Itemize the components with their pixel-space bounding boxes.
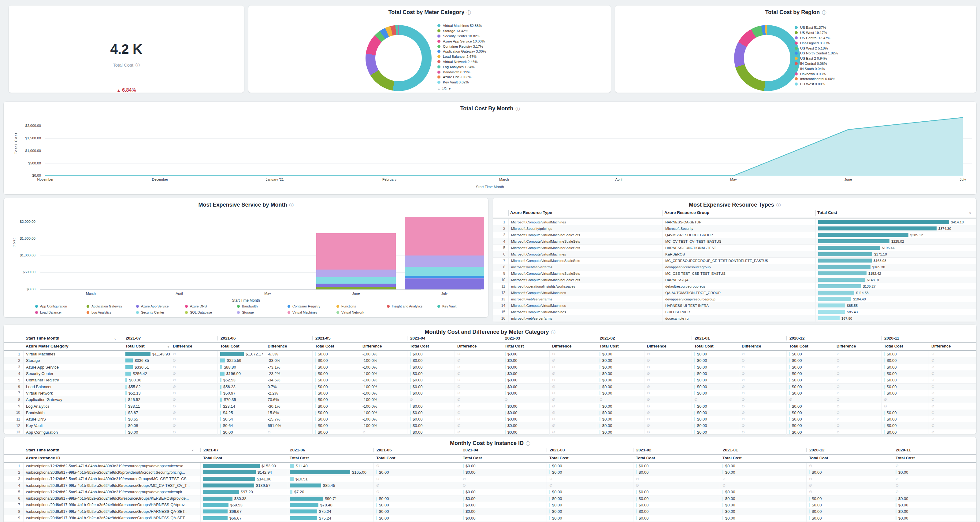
table-row[interactable]: 1 Virtual Machines$1,143.93∅$1,072.17-6.… (4, 351, 976, 358)
cost-cell[interactable]: $0.00 (312, 416, 360, 422)
cost-cell[interactable]: $0.00 (312, 403, 360, 409)
diff-cell[interactable]: ∅ (455, 409, 502, 416)
resource-type[interactable]: Microsoft.Compute/virtualMachineScaleSet… (511, 278, 580, 282)
cost-cell[interactable]: ∅ (633, 482, 720, 489)
cost-cell[interactable]: $0.00 (502, 409, 549, 416)
cost-cell[interactable]: $0.00 (312, 357, 360, 364)
cost-cell[interactable]: $0.00 (786, 422, 834, 429)
diff-cell[interactable]: -100.0% (360, 397, 407, 403)
cost-cell[interactable]: $0.00 (692, 377, 739, 383)
diff-cell[interactable]: ∅ (549, 409, 597, 416)
legend-item[interactable]: Virtual Machines 52.88% (438, 23, 486, 29)
diff-cell[interactable]: ∅ (455, 429, 502, 436)
cost-cell[interactable]: ∅ (881, 403, 929, 409)
resource-type[interactable]: Microsoft.Compute/virtualMachines (511, 291, 566, 295)
cost-cell[interactable]: ∅ (407, 397, 455, 403)
diff-cell[interactable]: ∅ (455, 397, 502, 403)
diff-cell[interactable]: ∅ (834, 377, 881, 383)
diff-cell[interactable]: ∅ (644, 370, 692, 377)
diff-cell[interactable]: ∅ (644, 384, 692, 390)
cost-cell[interactable]: $75.24 (287, 515, 374, 521)
cost-cell[interactable]: $0.00 (502, 390, 549, 397)
cost-cell[interactable]: $0.00 (881, 377, 929, 383)
cost-cell[interactable]: $0.00 (633, 508, 720, 515)
diff-cell[interactable]: ∅ (170, 397, 218, 403)
cost-cell[interactable]: $52.13 (123, 390, 170, 397)
cost-cell[interactable]: $78.48 (287, 502, 374, 508)
diff-cell[interactable]: ∅ (929, 403, 976, 409)
cost-cell[interactable]: ∅ (806, 463, 893, 469)
bar-segment[interactable] (405, 278, 484, 290)
cost-cell[interactable]: ∅ (597, 397, 644, 403)
cost-cell[interactable]: $80.36 (123, 377, 170, 383)
cost-cell[interactable]: $0.00 (881, 351, 929, 357)
diff-cell[interactable]: ∅ (834, 416, 881, 422)
table-row[interactable]: 8 /subscriptions/20d6a917-99fa-4b1b-9b2e… (4, 508, 976, 515)
cost-cell[interactable]: $0.54 (218, 416, 265, 422)
diff-cell[interactable]: ∅ (644, 364, 692, 370)
column-header[interactable]: Azure Resource Group (664, 210, 709, 215)
bar-segment[interactable] (405, 276, 484, 278)
cost-cell[interactable]: $0.00 (692, 422, 739, 429)
cost-cell[interactable]: $0.00 (786, 351, 834, 357)
column-header[interactable]: Total Cost (220, 344, 240, 348)
diff-cell[interactable]: ∅ (549, 377, 597, 383)
cost-cell[interactable]: $0.00 (806, 469, 893, 476)
diff-cell[interactable]: ∅ (170, 403, 218, 409)
resource-type[interactable]: Microsoft.Compute/virtualMachines (511, 310, 566, 314)
diff-cell[interactable]: -100.0% (360, 422, 407, 429)
diff-cell[interactable]: ∅ (170, 416, 218, 422)
diff-cell[interactable]: ∅ (455, 390, 502, 397)
column-header[interactable]: Difference (173, 344, 192, 348)
cost-value[interactable]: $195.44 (882, 246, 895, 250)
resource-group[interactable]: HARNESS-QA (665, 278, 689, 282)
bar-segment[interactable] (405, 267, 484, 275)
table-row[interactable]: 11 microsoft.operationalinsights/workspa… (493, 283, 976, 290)
legend-item[interactable]: US East 2 0.94% (795, 56, 838, 61)
cost-cell[interactable]: $52.53 (218, 377, 265, 383)
cost-cell[interactable]: $90.71 (287, 495, 374, 502)
column-header[interactable]: Total Cost (505, 344, 524, 348)
diff-cell[interactable]: -100.0% (360, 416, 407, 422)
table-row[interactable]: 2 Storage$336.85∅$225.59-33.0%$0.00-100.… (4, 357, 976, 364)
cost-cell[interactable]: $0.00 (633, 502, 720, 508)
table-row[interactable]: 6 Microsoft.Compute/virtualMachines KERB… (493, 251, 976, 258)
diff-cell[interactable]: ∅ (834, 403, 881, 409)
cost-cell[interactable]: ∅ (692, 397, 739, 403)
column-header[interactable]: Difference (267, 344, 287, 348)
cost-cell[interactable]: $0.00 (547, 463, 633, 469)
diff-cell[interactable]: -100.0% (360, 364, 407, 370)
table-row[interactable]: 4 /subscriptions/20d6a917-99fa-4b1b-9b2e… (4, 482, 976, 489)
cost-cell[interactable]: $330.51 (123, 364, 170, 370)
table-row[interactable]: 5 /subscriptions/12d2db62-5aa9-471d-84bb… (4, 489, 976, 495)
cost-cell[interactable]: $0.00 (720, 469, 806, 476)
table-row[interactable]: 12 Microsoft.Compute/virtualMachines QA-… (493, 289, 976, 296)
diff-cell[interactable]: ∅ (739, 429, 786, 436)
meter-category[interactable]: Log Analytics (26, 404, 49, 409)
diff-cell[interactable]: ∅ (739, 397, 786, 403)
table-row[interactable]: 11 Azure DNS$0.65∅$0.54-15.7%$0.00-100.0… (4, 416, 976, 423)
diff-cell[interactable]: ∅ (739, 351, 786, 357)
cost-value[interactable]: $165.30 (872, 265, 885, 269)
cost-cell[interactable]: $46.52 (123, 397, 170, 403)
column-header[interactable]: Difference (647, 344, 667, 348)
diff-cell[interactable]: ∅ (549, 429, 597, 436)
cost-cell[interactable]: $0.00 (407, 422, 455, 429)
cost-cell[interactable]: $0.00 (407, 429, 455, 436)
legend-item[interactable]: Log Analytics 1.34% (438, 64, 486, 69)
column-header[interactable]: Total Cost (809, 456, 828, 460)
cost-cell[interactable]: $0.00 (893, 515, 976, 521)
cost-value[interactable]: $168.98 (873, 259, 886, 263)
cost-cell[interactable]: $0.00 (460, 463, 547, 469)
column-header[interactable]: Azure Resource Type (510, 210, 552, 215)
cost-cell[interactable]: $0.00 (407, 370, 455, 377)
legend-item[interactable]: Load Balancer (35, 311, 62, 314)
cost-cell[interactable]: ∅ (720, 476, 806, 482)
meter-category[interactable]: Security Center (26, 371, 54, 376)
cost-cell[interactable]: $1,143.93 (123, 351, 170, 357)
diff-cell[interactable]: ∅ (265, 429, 312, 436)
cost-cell[interactable]: $66.67 (200, 515, 287, 521)
table-row[interactable]: 3 /subscriptions/12d2db62-5aa9-471d-84bb… (4, 476, 976, 482)
table-row[interactable]: 14 Microsoft.Compute/virtualMachines HAR… (493, 302, 976, 309)
cost-cell[interactable]: $0.00 (597, 422, 644, 429)
